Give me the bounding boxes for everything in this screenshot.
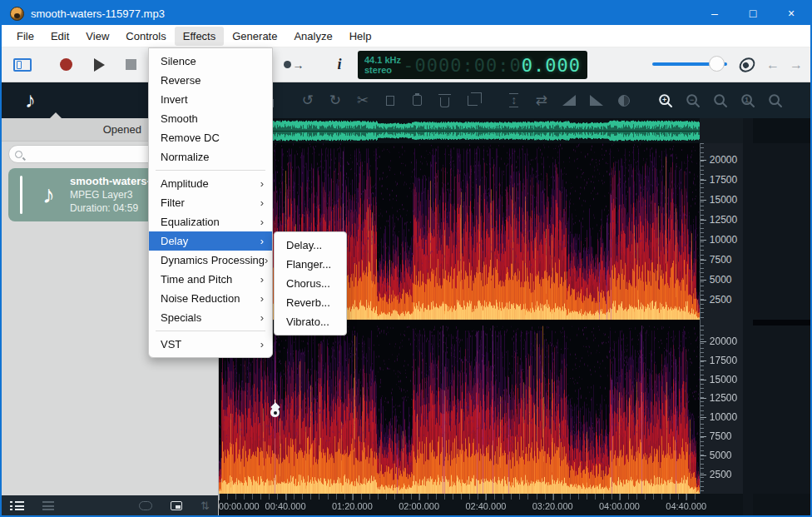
nav-forward-button[interactable]: → — [785, 47, 807, 82]
list-view-icon[interactable] — [42, 501, 54, 510]
playhead-marker[interactable] — [270, 408, 280, 430]
nav-back-button[interactable]: ← — [762, 47, 784, 82]
menubar-item[interactable]: Controls — [117, 27, 174, 46]
channels-label: stereo — [364, 65, 401, 75]
effects-menu-item[interactable]: VST› — [149, 335, 272, 354]
effects-menu-item[interactable]: Invert — [149, 90, 272, 109]
effects-menu-item[interactable]: Normalize — [149, 147, 272, 167]
frequency-tick-label: 5000 — [710, 450, 732, 461]
titlebar: smooth-waters-115977.mp3 – □ × — [2, 2, 810, 25]
effects-menu-item[interactable]: Filter› — [149, 193, 272, 212]
adjust-amplitude-icon[interactable]: ↕ — [504, 91, 524, 111]
sidebar-toggle-button[interactable] — [10, 47, 35, 82]
zoom-selection-icon[interactable] — [710, 91, 730, 111]
delay-submenu-item[interactable]: Flanger... — [275, 255, 346, 274]
zoom-in-icon[interactable]: + — [656, 91, 676, 111]
frequency-tick-label: 12500 — [710, 214, 737, 226]
menubar-item[interactable]: Help — [341, 27, 380, 46]
waveform-overview[interactable] — [219, 118, 700, 143]
spectrogram-right-canvas[interactable] — [219, 326, 700, 494]
time-digits-dim: -0000:00:0 — [403, 55, 521, 76]
effects-menu-item[interactable]: Smooth — [149, 109, 272, 128]
edge-strip — [743, 326, 753, 494]
arrow-icon: → — [293, 58, 304, 72]
window-title: smooth-waters-115977.mp3 — [31, 7, 696, 20]
menubar-item[interactable]: Generate — [224, 27, 285, 46]
speaker-button[interactable] — [735, 47, 759, 82]
sidebar-toggle-icon — [13, 58, 32, 72]
frequency-tick-label: 17500 — [710, 355, 737, 366]
detail-view-icon[interactable] — [10, 501, 24, 510]
frequency-tick-label: 10000 — [710, 411, 737, 423]
delay-submenu-item[interactable]: Reverb... — [275, 293, 346, 312]
effects-menu-item[interactable]: Silence — [149, 52, 272, 71]
minimize-button[interactable]: – — [696, 2, 734, 25]
speaker-icon — [736, 54, 758, 75]
undo-icon[interactable]: ↺ — [298, 91, 318, 111]
stop-icon — [126, 59, 136, 70]
effects-menu-item[interactable]: Equalization› — [149, 212, 272, 231]
opened-label: Opened — [2, 123, 141, 136]
menubar-item[interactable]: Edit — [42, 27, 77, 46]
time-tick-label: 04:00.000 — [599, 501, 640, 511]
volume-slider[interactable] — [652, 62, 727, 66]
menubar-item[interactable]: Effects — [175, 27, 225, 46]
menu-separator — [156, 331, 265, 331]
files-tab-music-note-icon[interactable]: ♪ — [25, 87, 36, 113]
paste-icon[interactable] — [408, 91, 428, 111]
delay-submenu-item[interactable]: Vibrato... — [275, 312, 346, 331]
record-to-new-button[interactable]: → — [280, 47, 308, 82]
edge-strip — [743, 143, 753, 320]
effects-menu-item[interactable]: Reverse — [149, 71, 272, 90]
delay-submenu-item[interactable]: Chorus... — [275, 274, 346, 293]
tag-view-icon[interactable] — [139, 501, 152, 510]
zoom-one-to-one-icon[interactable]: 1 — [738, 91, 758, 111]
copy-icon[interactable] — [380, 91, 400, 111]
frequency-tick-label: 7500 — [710, 254, 732, 266]
reverse-playback-icon[interactable]: ⇄ — [532, 91, 552, 111]
app-window: smooth-waters-115977.mp3 – □ × FileEditV… — [0, 0, 812, 517]
effects-menu-item[interactable]: Delay› — [149, 231, 272, 251]
effects-menu-item[interactable]: Noise Reduction› — [149, 289, 272, 308]
volume-slider-handle[interactable] — [709, 56, 725, 72]
effects-menu-item[interactable]: Time and Pitch› — [149, 270, 272, 289]
info-button[interactable]: i — [329, 47, 349, 82]
sort-icon[interactable]: ⇅ — [201, 500, 210, 512]
time-display: 44.1 kHz stereo -0000:00:00.000 — [358, 51, 587, 79]
active-tab-pointer — [50, 112, 62, 118]
time-axis[interactable]: 00:00.00000:40.00001:20.00002:00.00002:4… — [219, 494, 700, 515]
frequency-tick-label: 17500 — [710, 174, 737, 186]
delay-submenu-item[interactable]: Delay... — [275, 236, 346, 255]
effects-menu-item[interactable]: Amplitude› — [149, 174, 272, 193]
preview-icon[interactable] — [171, 501, 182, 510]
play-button[interactable] — [87, 47, 111, 82]
normalize-icon[interactable] — [614, 91, 634, 111]
maximize-button[interactable]: □ — [734, 2, 772, 25]
effects-menu-item[interactable]: Specials› — [149, 308, 272, 327]
effects-menu-item[interactable]: Remove DC — [149, 128, 272, 147]
zoom-all-icon[interactable] — [765, 91, 785, 111]
search-icon — [15, 151, 22, 158]
zoom-out-icon[interactable]: − — [683, 91, 703, 111]
menubar-item[interactable]: View — [77, 27, 117, 46]
close-button[interactable]: × — [772, 2, 810, 25]
svg-text:1: 1 — [745, 95, 749, 103]
time-tick-label: 04:40.000 — [666, 501, 706, 511]
svg-text:−: − — [690, 95, 694, 103]
fade-out-icon[interactable] — [587, 91, 607, 111]
editor-toolbar: ↺ ↻ ✂ ↕ ⇄ + − 1 + − — [219, 82, 812, 118]
stop-button[interactable] — [118, 47, 143, 82]
effects-menu-item[interactable]: Dynamics Processing› — [149, 251, 272, 270]
menubar-item[interactable]: File — [8, 27, 42, 46]
record-button[interactable] — [53, 47, 78, 82]
time-tick-label: 03:20.000 — [532, 501, 573, 511]
menubar-item[interactable]: Analyze — [285, 27, 340, 46]
fade-in-icon[interactable] — [559, 91, 579, 111]
frequency-tick-label: 2500 — [710, 469, 732, 480]
redo-icon[interactable]: ↻ — [325, 91, 345, 111]
cut-icon[interactable]: ✂ — [353, 91, 373, 111]
delete-icon[interactable] — [435, 91, 455, 111]
vertical-zoom-in-icon[interactable]: + — [807, 91, 812, 111]
content: ♪ Opened ♪ smooth-waters-115977.mp3 — [2, 82, 810, 515]
trim-icon[interactable] — [463, 91, 483, 111]
